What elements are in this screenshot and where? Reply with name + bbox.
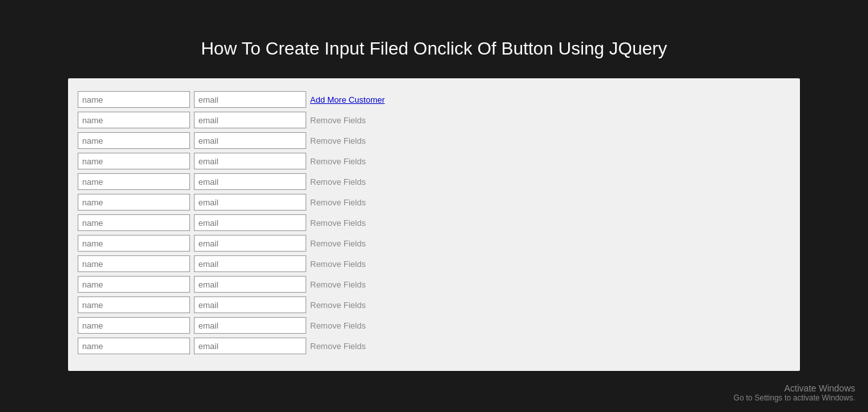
field-row-6: Remove Fields: [78, 194, 790, 210]
email-input-1[interactable]: [194, 91, 306, 108]
activate-windows-watermark: Activate Windows Go to Settings to activ…: [734, 383, 855, 402]
email-input-10[interactable]: [194, 276, 306, 293]
remove-fields-7[interactable]: Remove Fields: [310, 218, 366, 228]
name-input-3[interactable]: [78, 132, 190, 149]
remove-fields-5[interactable]: Remove Fields: [310, 177, 366, 187]
field-row-8: Remove Fields: [78, 235, 790, 252]
field-row-13: Remove Fields: [78, 338, 790, 354]
form-container: Add More Customer Remove Fields Remove F…: [68, 78, 800, 371]
field-row-4: Remove Fields: [78, 153, 790, 169]
name-input-11[interactable]: [78, 296, 190, 313]
name-input-8[interactable]: [78, 235, 190, 252]
email-input-13[interactable]: [194, 338, 306, 354]
email-input-12[interactable]: [194, 317, 306, 334]
field-row-11: Remove Fields: [78, 296, 790, 313]
name-input-1[interactable]: [78, 91, 190, 108]
page-title: How To Create Input Filed Onclick Of But…: [0, 0, 868, 78]
email-input-3[interactable]: [194, 132, 306, 149]
remove-fields-10[interactable]: Remove Fields: [310, 280, 366, 289]
remove-fields-13[interactable]: Remove Fields: [310, 341, 366, 351]
remove-fields-4[interactable]: Remove Fields: [310, 157, 366, 166]
name-input-6[interactable]: [78, 194, 190, 210]
field-row-10: Remove Fields: [78, 276, 790, 293]
email-input-9[interactable]: [194, 255, 306, 272]
name-input-12[interactable]: [78, 317, 190, 334]
email-input-6[interactable]: [194, 194, 306, 210]
field-row-9: Remove Fields: [78, 255, 790, 272]
remove-fields-9[interactable]: Remove Fields: [310, 259, 366, 269]
first-field-row: Add More Customer: [78, 91, 790, 108]
activate-windows-subtitle: Go to Settings to activate Windows.: [734, 393, 855, 402]
field-row-5: Remove Fields: [78, 173, 790, 190]
name-input-5[interactable]: [78, 173, 190, 190]
field-row-12: Remove Fields: [78, 317, 790, 334]
field-row-7: Remove Fields: [78, 214, 790, 231]
add-more-customer-link[interactable]: Add More Customer: [310, 95, 385, 105]
name-input-13[interactable]: [78, 338, 190, 354]
name-input-7[interactable]: [78, 214, 190, 231]
email-input-11[interactable]: [194, 296, 306, 313]
name-input-2[interactable]: [78, 112, 190, 128]
remove-fields-2[interactable]: Remove Fields: [310, 116, 366, 125]
remove-fields-3[interactable]: Remove Fields: [310, 136, 366, 146]
activate-windows-title: Activate Windows: [734, 383, 855, 393]
remove-fields-12[interactable]: Remove Fields: [310, 321, 366, 330]
remove-fields-8[interactable]: Remove Fields: [310, 239, 366, 248]
remove-fields-6[interactable]: Remove Fields: [310, 198, 366, 207]
remove-fields-11[interactable]: Remove Fields: [310, 300, 366, 310]
email-input-5[interactable]: [194, 173, 306, 190]
name-input-4[interactable]: [78, 153, 190, 169]
email-input-7[interactable]: [194, 214, 306, 231]
name-input-10[interactable]: [78, 276, 190, 293]
email-input-2[interactable]: [194, 112, 306, 128]
email-input-4[interactable]: [194, 153, 306, 169]
email-input-8[interactable]: [194, 235, 306, 252]
field-row-3: Remove Fields: [78, 132, 790, 149]
field-row-2: Remove Fields: [78, 112, 790, 128]
name-input-9[interactable]: [78, 255, 190, 272]
